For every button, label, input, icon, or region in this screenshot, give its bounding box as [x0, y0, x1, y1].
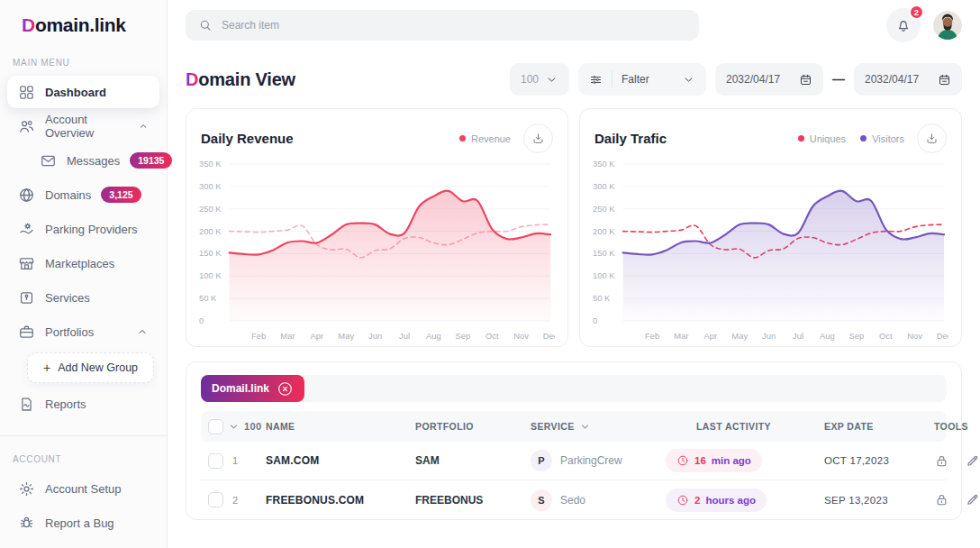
sidebar-item-marketplaces[interactable]: Marketplaces	[7, 247, 159, 279]
user-avatar[interactable]	[933, 11, 962, 40]
last-activity-cell: 16 min ago	[666, 449, 824, 472]
svg-text:0: 0	[593, 315, 597, 325]
edit-icon	[965, 492, 980, 507]
header-controls: 100 Falter 2032/04/17 — 2032/04/17	[510, 63, 962, 96]
clock-icon	[676, 494, 689, 507]
tools-cell	[934, 492, 980, 507]
column-header-last-activity[interactable]: LAST ACTIVITY	[666, 421, 824, 432]
edit-button[interactable]	[965, 492, 980, 507]
download-chart-button[interactable]	[523, 123, 553, 153]
sidebar-item-services[interactable]: Services	[7, 281, 159, 314]
portfolio-name: FREEBONUS	[415, 494, 531, 507]
svg-text:250 K: 250 K	[199, 204, 222, 214]
sidebar-item-messages[interactable]: Messages 19135	[7, 144, 159, 177]
section-label-main-menu: MAIN MENU	[0, 58, 167, 68]
svg-text:50 K: 50 K	[593, 293, 611, 303]
sidebar-item-account-overview[interactable]: Account Overview	[7, 110, 159, 142]
column-header-exp-date[interactable]: EXP DATE	[824, 421, 934, 432]
column-header-portfolio[interactable]: PORTFOLIO	[415, 421, 531, 432]
sidebar-item-dashboard[interactable]: Dashboard	[7, 76, 159, 108]
page-size-select[interactable]: 100	[510, 63, 569, 96]
svg-text:350 K: 350 K	[593, 159, 615, 169]
edit-button[interactable]	[965, 453, 980, 469]
last-activity-pill: 2 hours ago	[666, 489, 767, 512]
svg-text:May: May	[731, 331, 748, 341]
svg-text:200 K: 200 K	[593, 226, 615, 236]
domain-name[interactable]: SAM.COM	[266, 454, 415, 467]
filter-button[interactable]: Falter	[578, 63, 706, 96]
notification-count-badge: 2	[909, 5, 924, 20]
activity-value: 2	[694, 495, 700, 506]
filter-label: Falter	[622, 73, 673, 86]
page-content: Domain View 100 Falter 2032/04/17 —	[168, 50, 980, 520]
service-cell: P ParkingCrew	[531, 450, 666, 471]
daily-revenue-card: Daily Revenue Revenue 350 K300 K250 K200…	[186, 108, 568, 347]
messages-count-badge: 19135	[130, 152, 172, 169]
column-header-service[interactable]: SERVICE	[531, 421, 666, 433]
lock-button[interactable]	[934, 492, 949, 507]
svg-text:150 K: 150 K	[199, 248, 222, 258]
row-checkbox[interactable]	[208, 492, 223, 507]
activity-value: 16	[694, 455, 706, 466]
add-new-group-button[interactable]: + Add New Group	[27, 352, 154, 383]
logo-gradient-letter: D	[22, 14, 35, 35]
service-cell: S Sedo	[531, 489, 666, 511]
clock-icon	[676, 454, 689, 467]
date-to-picker[interactable]: 2032/04/17	[854, 63, 962, 96]
sidebar-item-label: Portfolios	[45, 325, 94, 339]
svg-text:50 K: 50 K	[199, 293, 217, 303]
rows-per-page-select[interactable]: 100	[228, 421, 266, 433]
sidebar-item-label: Report a Bug	[45, 516, 114, 530]
edit-icon	[965, 453, 980, 469]
svg-text:Aug: Aug	[426, 331, 441, 341]
calendar-icon	[799, 73, 812, 87]
daily-trafic-chart: 350 K300 K250 K200 K150 K100 K50 K0FebMa…	[593, 157, 948, 344]
download-chart-button[interactable]	[917, 123, 947, 153]
svg-text:250 K: 250 K	[593, 204, 615, 214]
table-header-row: 100 NAME PORTFOLIO SERVICE LAST ACTIVITY…	[201, 411, 947, 442]
sidebar-item-label: Messages	[67, 154, 120, 168]
title-gradient-letter: D	[186, 69, 198, 89]
active-filters-bar: Domail.link	[201, 375, 947, 402]
svg-text:Oct: Oct	[879, 331, 893, 341]
services-icon	[18, 289, 35, 306]
date-from-picker[interactable]: 2032/04/17	[715, 63, 823, 96]
select-all-checkbox[interactable]	[208, 419, 223, 434]
sidebar-item-report-a-bug[interactable]: Report a Bug	[7, 507, 159, 539]
svg-text:200 K: 200 K	[199, 226, 222, 236]
filter-chip-domail-link[interactable]: Domail.link	[201, 375, 304, 402]
divider	[612, 71, 612, 87]
last-activity-cell: 2 hours ago	[666, 489, 824, 512]
domain-name[interactable]: FREEBONUS.COM	[266, 494, 415, 507]
svg-text:150 K: 150 K	[593, 248, 615, 258]
sidebar-item-portfolios[interactable]: Portfolios	[7, 315, 159, 348]
chevron-down-icon	[682, 73, 695, 87]
search-input[interactable]	[222, 19, 686, 32]
sidebar-item-domains[interactable]: Domains 3,125	[7, 178, 159, 211]
column-header-name[interactable]: NAME	[266, 421, 415, 432]
filter-chip-label: Domail.link	[212, 382, 269, 395]
date-range-separator: —	[832, 72, 845, 87]
users-icon	[18, 118, 35, 135]
search-bar[interactable]	[186, 10, 699, 41]
sidebar-item-account-setup[interactable]: Account Setup	[7, 472, 159, 505]
sidebar-item-parking-providers[interactable]: Parking Providers	[7, 213, 159, 245]
daily-revenue-chart: 350 K300 K250 K200 K150 K100 K50 K0FebMa…	[199, 157, 555, 344]
section-label-account: ACCOUNT	[0, 454, 167, 464]
sidebar-item-label: Account Overview	[45, 113, 128, 140]
activity-unit: hours ago	[705, 495, 756, 506]
svg-text:Jul: Jul	[399, 331, 410, 341]
bug-icon	[18, 515, 35, 532]
legend-dot	[860, 135, 867, 142]
sidebar-item-reports[interactable]: Reports	[7, 388, 159, 420]
svg-text:300 K: 300 K	[593, 181, 615, 191]
chart-title: Daily Revenue	[201, 131, 294, 146]
lock-button[interactable]	[934, 453, 949, 469]
close-icon	[277, 380, 294, 397]
rows-per-page-value: 100	[244, 421, 262, 432]
sidebar-item-label: Marketplaces	[45, 257, 114, 270]
gear-icon	[18, 480, 35, 498]
download-icon	[925, 132, 939, 145]
legend-item: Uniques	[798, 133, 846, 144]
row-checkbox[interactable]	[208, 453, 223, 469]
